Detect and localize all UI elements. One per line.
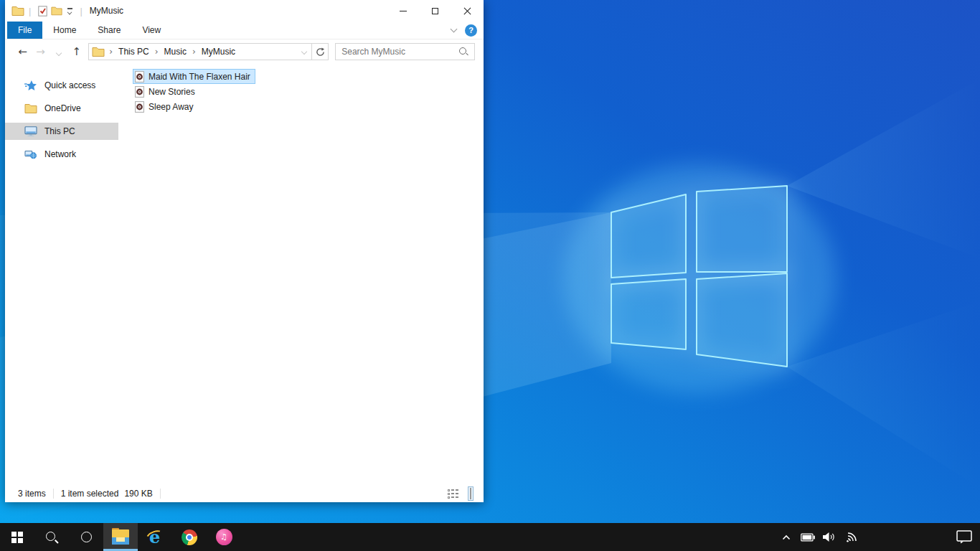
network-computers-icon bbox=[24, 149, 37, 160]
ribbon-tab-bar: File Home Share View ? bbox=[5, 22, 484, 39]
qat-new-folder-button[interactable] bbox=[50, 3, 64, 19]
file-explorer-icon bbox=[111, 529, 130, 545]
refresh-icon bbox=[316, 47, 325, 57]
expand-ribbon-chevron-icon[interactable] bbox=[451, 26, 458, 33]
tab-view[interactable]: View bbox=[131, 22, 171, 39]
file-name: New Stories bbox=[149, 87, 195, 97]
address-toolbar: ← → ↑ › This PC › Music › MyMusic bbox=[5, 39, 484, 64]
sidebar-item-onedrive[interactable]: OneDrive bbox=[5, 100, 118, 117]
chevron-down-icon bbox=[55, 50, 61, 56]
sidebar-item-quick-access[interactable]: Quick access bbox=[5, 77, 118, 94]
start-button[interactable] bbox=[0, 523, 34, 551]
sidebar-item-label: Network bbox=[44, 149, 76, 159]
status-bar: 3 items 1 item selected 190 KB bbox=[5, 485, 484, 502]
sidebar-item-this-pc[interactable]: This PC bbox=[5, 123, 118, 140]
volume-button[interactable] bbox=[822, 527, 837, 548]
separator: | bbox=[29, 6, 31, 17]
divider bbox=[160, 489, 161, 499]
address-bar[interactable]: › This PC › Music › MyMusic bbox=[88, 43, 312, 60]
minimize-icon bbox=[400, 11, 407, 11]
thumbnail-view-icon bbox=[470, 488, 471, 499]
details-view-button[interactable] bbox=[446, 487, 461, 501]
taskbar-search-button[interactable] bbox=[34, 523, 69, 551]
close-button[interactable] bbox=[451, 0, 484, 22]
minimize-button[interactable] bbox=[387, 0, 419, 22]
sidebar-item-network[interactable]: Network bbox=[5, 146, 118, 163]
title-bar: | | MyMusic bbox=[5, 0, 484, 22]
back-button[interactable]: ← bbox=[14, 45, 32, 58]
taskbar-file-explorer-button[interactable] bbox=[103, 523, 138, 551]
music-note-glyph: ♫ bbox=[220, 532, 227, 542]
sidebar-item-label: Quick access bbox=[44, 80, 95, 90]
window-folder-icon bbox=[11, 5, 24, 17]
selection-size: 190 KB bbox=[124, 489, 152, 499]
refresh-button[interactable] bbox=[312, 43, 329, 60]
quick-access-star-icon bbox=[24, 80, 37, 91]
chevron-down-icon bbox=[67, 9, 72, 14]
breadcrumb-music[interactable]: Music bbox=[163, 47, 188, 57]
breadcrumb-separator: › bbox=[151, 47, 163, 57]
recent-locations-dropdown[interactable] bbox=[50, 45, 67, 58]
cortana-button[interactable] bbox=[69, 523, 103, 551]
qat-properties-button[interactable] bbox=[35, 3, 50, 19]
navigation-pane: Quick access OneDrive This PC bbox=[5, 64, 118, 485]
tab-share[interactable]: Share bbox=[87, 22, 131, 39]
system-tray bbox=[779, 523, 980, 551]
battery-status-button[interactable] bbox=[801, 527, 815, 548]
sidebar-item-label: This PC bbox=[44, 126, 75, 136]
taskbar-chrome-button[interactable] bbox=[172, 523, 207, 551]
selection-count: 1 item selected bbox=[61, 489, 119, 499]
action-center-icon bbox=[956, 530, 972, 544]
file-item-selected[interactable]: Maid With The Flaxen Hair bbox=[133, 69, 255, 84]
forward-button[interactable]: → bbox=[32, 45, 50, 58]
file-name: Sleep Away bbox=[149, 102, 194, 112]
qat-customize-dropdown[interactable] bbox=[64, 3, 75, 19]
bar-icon bbox=[67, 8, 72, 9]
properties-check-icon bbox=[38, 6, 47, 17]
maximize-button[interactable] bbox=[419, 0, 451, 22]
breadcrumb-this-pc[interactable]: This PC bbox=[117, 47, 151, 57]
chrome-icon bbox=[182, 529, 197, 545]
large-icons-view-button[interactable] bbox=[468, 486, 473, 501]
taskbar: e ♫ bbox=[0, 523, 980, 551]
file-item[interactable]: Sleep Away bbox=[133, 99, 199, 114]
windows-logo-icon bbox=[11, 532, 23, 543]
breadcrumb-separator: › bbox=[188, 47, 200, 57]
help-button[interactable]: ? bbox=[465, 24, 477, 37]
address-folder-icon bbox=[92, 46, 105, 57]
sidebar-item-label: OneDrive bbox=[44, 103, 81, 113]
audio-file-icon bbox=[135, 101, 144, 113]
onedrive-folder-icon bbox=[24, 103, 37, 114]
internet-explorer-icon: e bbox=[146, 529, 164, 546]
search-icon bbox=[44, 530, 59, 545]
breadcrumb-mymusic[interactable]: MyMusic bbox=[200, 47, 237, 57]
taskbar-internet-explorer-button[interactable]: e bbox=[138, 523, 172, 551]
file-name: Maid With The Flaxen Hair bbox=[149, 72, 250, 82]
tab-home[interactable]: Home bbox=[42, 22, 87, 39]
search-input[interactable] bbox=[336, 47, 458, 57]
address-dropdown-button[interactable] bbox=[297, 50, 311, 54]
this-pc-monitor-icon bbox=[24, 126, 37, 137]
chevron-down-icon bbox=[301, 49, 307, 55]
file-item[interactable]: New Stories bbox=[133, 84, 200, 99]
network-wifi-button[interactable] bbox=[844, 527, 858, 548]
wifi-icon bbox=[845, 532, 857, 542]
speaker-icon bbox=[823, 532, 837, 542]
maximize-icon bbox=[432, 8, 438, 14]
close-icon bbox=[463, 7, 471, 15]
window-title: MyMusic bbox=[90, 6, 123, 16]
breadcrumb-separator: › bbox=[105, 47, 117, 57]
taskbar-itunes-button[interactable]: ♫ bbox=[207, 523, 241, 551]
audio-file-icon bbox=[135, 71, 144, 83]
cortana-circle-icon bbox=[81, 532, 92, 542]
details-view-icon bbox=[448, 489, 450, 491]
search-box[interactable] bbox=[335, 43, 475, 60]
itunes-icon: ♫ bbox=[216, 529, 232, 545]
search-icon bbox=[458, 46, 469, 57]
tab-file[interactable]: File bbox=[7, 22, 42, 39]
action-center-button[interactable] bbox=[948, 530, 980, 544]
battery-icon bbox=[801, 533, 815, 542]
up-button[interactable]: ↑ bbox=[67, 45, 85, 58]
divider bbox=[53, 489, 54, 499]
show-hidden-icons-button[interactable] bbox=[779, 527, 793, 548]
